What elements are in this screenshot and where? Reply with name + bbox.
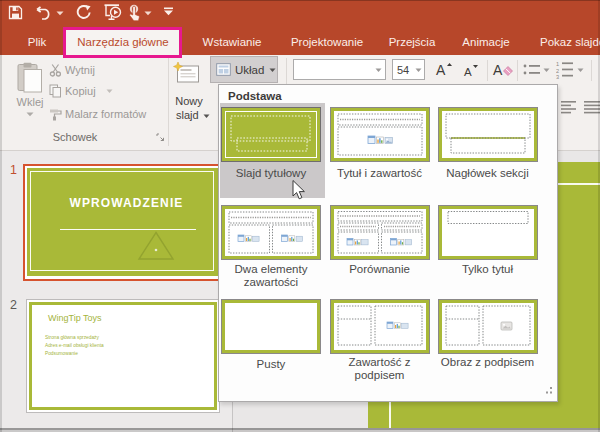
slide-2-bullet: Podsumowanie (45, 351, 78, 356)
slide-2-bullet: Strona główna sprzedaży (45, 335, 99, 340)
slide-2-thumbnail[interactable]: WingTip Toys Strona główna sprzedaży Adr… (26, 299, 220, 413)
layout-item-pusty[interactable] (221, 299, 321, 354)
clear-formatting-button[interactable]: A (492, 60, 514, 80)
undo-button[interactable] (35, 6, 52, 20)
new-slide-button[interactable]: Nowy slajd (170, 58, 214, 146)
layout-item-label: Tylko tytuł (432, 263, 544, 276)
svg-text:A: A (464, 66, 472, 78)
clipboard-dialog-launcher[interactable] (156, 133, 165, 142)
start-slideshow-button[interactable] (104, 4, 123, 22)
slide-1-divider-line (60, 229, 196, 231)
slide-2-number: 2 (10, 298, 17, 312)
resize-grip[interactable] (543, 386, 553, 396)
cut-button[interactable]: Wytnij (47, 62, 117, 79)
align-left-icon (561, 100, 577, 114)
layout-button[interactable]: Układ (210, 56, 278, 83)
slide-1-frame (30, 171, 214, 271)
save-button[interactable] (8, 5, 23, 20)
touch-mode-icon (126, 4, 142, 22)
chevron-down-icon (415, 68, 422, 73)
bullets-dropdown[interactable] (543, 68, 550, 73)
layout-item-naglowek-sekcji[interactable] (438, 107, 538, 162)
tab-wstawianie[interactable]: Wstawianie (203, 36, 262, 48)
tab-projektowanie[interactable]: Projektowanie (291, 36, 363, 48)
layout-item-obraz-z-podpisem[interactable] (438, 299, 538, 354)
copy-label: Kopiuj (65, 85, 96, 97)
format-painter-button[interactable]: Malarz formatów (47, 106, 167, 123)
redo-button[interactable] (76, 5, 91, 20)
chevron-down-icon (56, 11, 64, 16)
cut-icon (49, 64, 62, 77)
slide-2-bullet: Adres e-mail obsługi klienta (45, 343, 104, 348)
slide-1-thumbnail[interactable]: WPROWADZENIE (23, 164, 223, 281)
font-name-combobox[interactable] (293, 59, 386, 80)
layout-item-label: Slajd tytułowy (217, 167, 325, 180)
new-slide-label-line1: Nowy (175, 95, 203, 107)
decrease-font-icon: A (461, 62, 481, 80)
layout-button-label: Układ (235, 64, 264, 76)
layout-item-zawartosc-z-podpisem[interactable] (330, 299, 430, 354)
chevron-down-icon (269, 68, 276, 73)
group-divider (517, 60, 518, 81)
layout-item-label: Dwa elementy zawartości (221, 263, 321, 289)
svg-text:A: A (493, 62, 503, 78)
new-slide-icon (173, 62, 199, 86)
bullets-button[interactable] (523, 63, 541, 77)
new-slide-label-line2: slajd (176, 109, 199, 121)
paste-label: Wklej (17, 96, 44, 108)
group-divider (591, 60, 592, 81)
touch-mode-dropdown[interactable] (144, 11, 152, 16)
slide-1-number: 1 (10, 163, 17, 177)
svg-text:1: 1 (556, 61, 559, 67)
numbering-icon: 1 2 3 (556, 61, 574, 79)
gallery-theme-header: Podstawa (228, 90, 282, 102)
save-icon (8, 5, 23, 20)
slideshow-icon (104, 4, 123, 22)
layout-item-porownanie[interactable] (330, 205, 430, 260)
layout-item-label: Porównanie (324, 263, 436, 276)
svg-text:A: A (436, 62, 446, 78)
increase-font-size-button[interactable]: A (434, 60, 454, 80)
highlight-annotation (63, 27, 182, 58)
clipboard-group-label: Schowek (53, 131, 98, 143)
layout-icon (216, 63, 231, 76)
layout-item-tytul-i-zawartosc[interactable] (330, 107, 430, 162)
align-text-button[interactable] (561, 100, 577, 114)
slide-1-triangle-shape (137, 231, 175, 261)
window-edge (0, 0, 2, 432)
numbering-dropdown[interactable] (577, 68, 584, 73)
customize-qat-button[interactable] (163, 7, 174, 16)
tab-animacje[interactable]: Animacje (462, 36, 509, 48)
font-size-value: 54 (397, 64, 409, 76)
clear-formatting-icon: A (492, 60, 514, 80)
undo-dropdown[interactable] (56, 11, 64, 16)
tab-przejscia[interactable]: Przejścia (389, 36, 436, 48)
powerpoint-window: Plik Narzędzia główne Wstawianie Projekt… (0, 0, 600, 432)
decrease-font-size-button[interactable]: A (461, 62, 481, 80)
layout-item-label: Obraz z podpisem (432, 356, 544, 369)
chevron-down-icon (375, 68, 382, 73)
slide-1-title: WPROWADZENIE (70, 196, 184, 210)
copy-icon (49, 84, 62, 98)
tab-pokaz-slajdow[interactable]: Pokaz slajdów (540, 36, 600, 48)
customize-icon (163, 7, 174, 16)
touch-mode-button[interactable] (126, 4, 142, 22)
copy-button[interactable]: Kopiuj (47, 83, 117, 100)
cut-label: Wytnij (65, 64, 95, 76)
chevron-down-icon (144, 11, 152, 16)
chevron-down-icon (203, 114, 210, 119)
layout-item-tylko-tytul[interactable] (438, 205, 538, 260)
layout-item-label: Nagłówek sekcji (432, 167, 544, 180)
increase-font-icon: A (434, 60, 454, 80)
group-divider (168, 58, 169, 146)
slide-2-title: WingTip Toys (48, 313, 102, 323)
format-painter-label: Malarz formatów (65, 108, 146, 120)
font-size-combobox[interactable]: 54 (392, 59, 425, 80)
group-divider (286, 58, 287, 84)
numbering-button[interactable]: 1 2 3 (556, 61, 574, 79)
chevron-down-icon (26, 112, 34, 117)
tab-plik[interactable]: Plik (28, 36, 47, 48)
bullets-icon (523, 63, 541, 77)
layout-item-dwa-elementy[interactable] (221, 205, 321, 260)
layout-item-slajd-tytulowy[interactable] (221, 107, 321, 162)
